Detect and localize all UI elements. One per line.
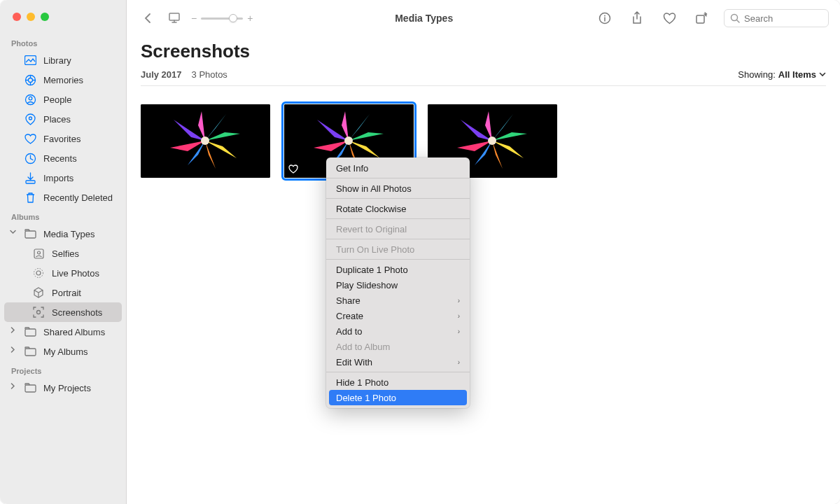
back-button[interactable]: [138, 8, 158, 28]
sidebar-item-label: Shared Albums: [43, 327, 105, 337]
slider-track[interactable]: [201, 18, 243, 20]
search-input[interactable]: [744, 13, 822, 24]
sidebar-item-imports[interactable]: Imports: [4, 168, 122, 188]
separator: [326, 198, 470, 199]
zoom-slider[interactable]: − +: [191, 13, 253, 24]
disclosure-icon[interactable]: [10, 229, 16, 235]
ctx-rotate-clockwise[interactable]: Rotate Clockwise: [326, 201, 470, 216]
chevron-right-icon: ›: [458, 312, 460, 320]
ctx-turn-on-live-photo: Turn On Live Photo: [326, 241, 470, 257]
showing-filter[interactable]: Showing: All Items: [738, 69, 826, 80]
separator: [326, 259, 470, 260]
svg-point-27: [488, 136, 496, 145]
folder-icon: [24, 227, 36, 240]
window-mode-button[interactable]: [164, 8, 184, 28]
svg-point-23: [201, 136, 209, 145]
minimize-window[interactable]: [27, 13, 35, 21]
sidebar-item-library[interactable]: Library: [4, 50, 122, 70]
disclosure-icon[interactable]: [10, 383, 16, 389]
search-field[interactable]: [724, 9, 829, 27]
svg-point-5: [29, 117, 31, 120]
photo-count: 3 Photos: [192, 69, 227, 80]
sidebar-item-label: My Albums: [43, 346, 88, 357]
sidebar-item-label: My Projects: [43, 383, 91, 393]
sidebar-item-memories[interactable]: Memories: [4, 70, 122, 90]
zoom-plus-icon: +: [247, 13, 253, 24]
svg-point-25: [344, 136, 353, 145]
disclosure-icon[interactable]: [10, 346, 16, 353]
sidebar-item-selfies[interactable]: Selfies: [4, 244, 122, 263]
share-button[interactable]: [627, 8, 647, 28]
ctx-create[interactable]: Create›: [326, 308, 470, 323]
date-label: July 2017: [141, 69, 182, 80]
ctx-add-to-album: Add to Album: [326, 339, 470, 354]
separator: [326, 372, 470, 372]
sidebar-item-screenshots[interactable]: Screenshots: [4, 302, 122, 322]
folder-icon: [24, 345, 36, 358]
rotate-button[interactable]: [692, 8, 711, 28]
section-projects: Projects: [0, 361, 126, 378]
people-icon: [24, 93, 36, 106]
close-window[interactable]: [13, 13, 21, 21]
photo-grid: [141, 86, 826, 178]
live-photo-icon: [32, 267, 45, 279]
info-button[interactable]: [595, 8, 615, 28]
svg-rect-16: [25, 385, 36, 392]
sidebar-item-live-photos[interactable]: Live Photos: [4, 263, 122, 283]
disclosure-icon[interactable]: [10, 327, 16, 333]
sidebar-item-media-types[interactable]: Media Types: [4, 224, 122, 244]
sidebar-item-places[interactable]: Places: [4, 109, 122, 129]
ctx-edit-with[interactable]: Edit With›: [326, 354, 470, 370]
separator: [326, 239, 470, 239]
main-area: − + Media Types Screenshots July 2017: [127, 0, 840, 504]
ctx-get-info[interactable]: Get Info: [326, 160, 470, 176]
photo-thumbnail[interactable]: [141, 104, 270, 178]
window-title: Media Types: [260, 13, 588, 24]
ctx-hide[interactable]: Hide 1 Photo: [326, 374, 470, 390]
sidebar-item-recents[interactable]: Recents: [4, 148, 122, 168]
svg-point-10: [37, 251, 40, 254]
sidebar: Photos Library Memories People Places Fa…: [0, 0, 127, 504]
ctx-delete[interactable]: Delete 1 Photo: [329, 390, 467, 405]
slider-knob[interactable]: [229, 14, 237, 22]
download-icon: [24, 172, 36, 184]
svg-rect-8: [25, 231, 36, 238]
sidebar-item-recently-deleted[interactable]: Recently Deleted: [4, 188, 122, 207]
ctx-add-to[interactable]: Add to›: [326, 323, 470, 339]
folder-icon: [24, 382, 36, 394]
svg-point-19: [604, 15, 606, 17]
sidebar-item-shared-albums[interactable]: Shared Albums: [4, 322, 122, 342]
context-menu: Get Info Show in All Photos Rotate Clock…: [326, 158, 470, 408]
sidebar-item-label: Selfies: [52, 248, 79, 259]
page-title: Screenshots: [141, 41, 826, 62]
search-icon: [730, 13, 740, 23]
ctx-play-slideshow[interactable]: Play Slideshow: [326, 277, 470, 293]
showing-value: All Items: [778, 69, 816, 80]
cube-icon: [32, 286, 45, 299]
sidebar-item-favorites[interactable]: Favorites: [4, 129, 122, 148]
sidebar-item-label: Recents: [43, 153, 77, 164]
favorite-button[interactable]: [659, 8, 679, 28]
sidebar-item-my-albums[interactable]: My Albums: [4, 342, 122, 361]
showing-label: Showing:: [738, 69, 775, 80]
camera-viewfinder-icon: [32, 306, 45, 318]
window-controls: [0, 13, 126, 34]
trash-icon: [24, 191, 36, 204]
fullscreen-window[interactable]: [41, 13, 49, 21]
svg-rect-17: [169, 13, 179, 20]
sidebar-item-my-projects[interactable]: My Projects: [4, 378, 122, 398]
svg-rect-14: [25, 329, 36, 336]
ctx-share[interactable]: Share›: [326, 293, 470, 308]
sidebar-item-label: People: [43, 94, 71, 105]
sidebar-item-label: Imports: [43, 173, 74, 183]
ctx-show-in-all-photos[interactable]: Show in All Photos: [326, 181, 470, 196]
sidebar-item-portrait[interactable]: Portrait: [4, 283, 122, 302]
library-icon: [24, 54, 36, 66]
chevron-right-icon: ›: [458, 297, 460, 304]
ctx-duplicate[interactable]: Duplicate 1 Photo: [326, 262, 470, 277]
svg-point-4: [29, 97, 32, 100]
zoom-minus-icon: −: [191, 13, 197, 24]
places-icon: [24, 113, 36, 125]
sidebar-item-people[interactable]: People: [4, 90, 122, 109]
svg-point-2: [28, 78, 32, 82]
